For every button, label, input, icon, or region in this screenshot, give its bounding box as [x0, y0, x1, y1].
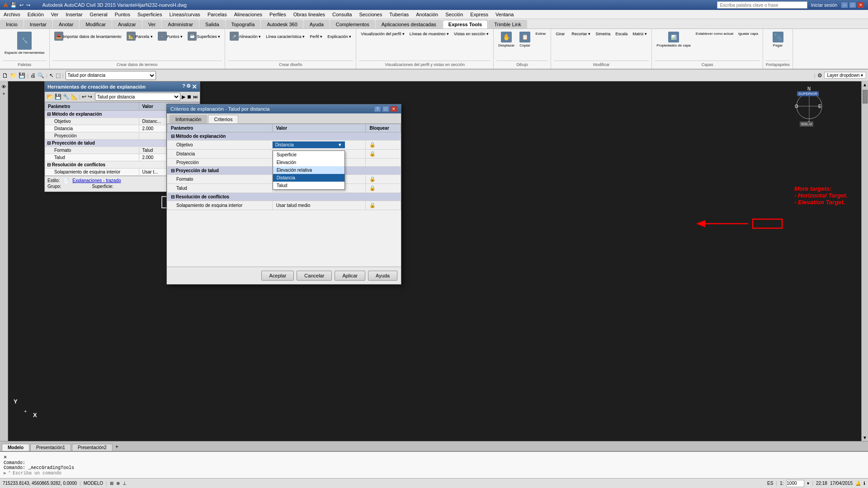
tab-administrar[interactable]: Administrar	[162, 20, 199, 28]
palette-icon-2[interactable]: +	[3, 91, 5, 96]
panel-tb-icon-5[interactable]: ↩	[82, 94, 86, 100]
value-formato[interactable]: Talud	[139, 147, 169, 154]
snap-icon[interactable]: ⊕	[116, 481, 120, 486]
ribbon-btn-parcela[interactable]: 📐 Parcela ▾	[125, 31, 155, 42]
panel-tb-icon-9[interactable]: ⏭	[193, 94, 198, 99]
ribbon-btn-lineacaract[interactable]: Línea característica ▾	[264, 31, 307, 42]
value-talud[interactable]: 2.000	[139, 154, 169, 161]
value-distancia[interactable]: 2.000	[139, 125, 169, 132]
tab-modelo[interactable]: Modelo	[2, 444, 29, 451]
ribbon-btn-estirar[interactable]: Estirar	[533, 31, 548, 48]
quick-access-undo[interactable]: ↩	[19, 2, 24, 8]
dialog-maximize[interactable]: □	[382, 106, 389, 112]
panel-settings-icon[interactable]: ⚙	[186, 83, 191, 90]
tab-criterios[interactable]: Criterios	[208, 115, 238, 123]
tab-informacion[interactable]: Información	[170, 115, 207, 123]
talud-select[interactable]: Talud por distancia	[95, 93, 180, 101]
ribbon-btn-escala[interactable]: Escala	[613, 31, 629, 37]
btn-aplicar[interactable]: Aplicar	[335, 271, 365, 281]
tab-express-tools[interactable]: Express Tools	[443, 20, 488, 28]
quick-access-redo[interactable]: ↪	[26, 2, 30, 8]
menu-tuberias[interactable]: Tuberías	[386, 11, 412, 18]
ribbon-btn-alineacion[interactable]: ↗ Alineación ▾	[228, 31, 263, 42]
value-objetivo[interactable]: Distanc...	[139, 118, 169, 125]
tab-salida[interactable]: Salida	[199, 20, 225, 28]
ribbon-btn-girar[interactable]: Girar	[554, 31, 568, 37]
dd-option-superficie[interactable]: Superficie	[273, 151, 344, 159]
menu-express[interactable]: Express	[467, 11, 492, 18]
ribbon-btn-pegar[interactable]: 📎 Pegar	[771, 31, 785, 48]
dialog-minimize[interactable]: ?	[374, 106, 381, 112]
dd-option-elevacion[interactable]: Elevación	[273, 159, 344, 166]
search-input[interactable]	[717, 1, 807, 9]
quick-access-save[interactable]: 💾	[10, 2, 17, 8]
ribbon-btn-espacio[interactable]: 🔧 Espacio de herramientas	[3, 31, 47, 56]
ribbon-btn-visperfil[interactable]: Visualización del perfil ▾	[359, 31, 406, 37]
ribbon-btn-propiedades[interactable]: 📊 Propiedades de capa	[655, 31, 693, 48]
tab-presentacion2[interactable]: Presentación2	[72, 444, 113, 451]
menu-consulta[interactable]: Consulta	[329, 11, 355, 18]
tab-ver[interactable]: Ver	[142, 20, 162, 28]
tab-presentacion1[interactable]: Presentación1	[30, 444, 71, 451]
drawing-canvas[interactable]: Y X + N S E O SUPERIOR SOL.U	[8, 81, 861, 441]
tab-topografia[interactable]: Topografía	[226, 20, 261, 28]
tab-anotar[interactable]: Anotar	[53, 20, 79, 28]
tab-aplicaciones[interactable]: Aplicaciones destacadas	[376, 20, 442, 28]
panel-tb-icon-1[interactable]: 📂	[47, 94, 53, 100]
ribbon-btn-lineasmuestra[interactable]: Líneas de muestreo ▾	[408, 31, 451, 37]
ribbon-btn-igualar[interactable]: Igualar capa	[736, 31, 760, 48]
tab-trimble[interactable]: Trimble Link	[488, 20, 527, 28]
scroll-thumb[interactable]	[863, 90, 868, 103]
ribbon-btn-simetria[interactable]: Simetria	[594, 31, 612, 37]
panel-tb-icon-4[interactable]: 📐	[71, 94, 78, 100]
menu-superficies[interactable]: Superficies	[134, 11, 165, 18]
close-btn[interactable]: ✕	[857, 2, 864, 8]
right-scrollbar[interactable]: ▲ ▼	[861, 81, 868, 441]
panel-tb-icon-3[interactable]: 🔧	[63, 94, 70, 100]
command-input[interactable]	[13, 471, 864, 476]
ribbon-btn-establecer[interactable]: Establecer como actual	[694, 31, 735, 48]
tab-autodesk360[interactable]: Autodesk 360	[261, 20, 303, 28]
menu-lineas[interactable]: Líneas/curvas	[165, 11, 203, 18]
scroll-up[interactable]: ▲	[863, 82, 867, 87]
command-close[interactable]: ✕	[4, 454, 7, 460]
tab-analizar[interactable]: Analizar	[112, 20, 142, 28]
menu-ver[interactable]: Ver	[47, 11, 62, 18]
tab-insertar[interactable]: Insertar	[24, 20, 52, 28]
dialog-value-objetivo[interactable]: Distancia ▼ Superficie Elevación Elevaci…	[272, 141, 366, 150]
minimize-btn[interactable]: −	[841, 2, 848, 8]
dialog-close[interactable]: ✕	[390, 106, 397, 112]
ribbon-btn-explicacion[interactable]: Explicación ▾	[326, 31, 353, 42]
notification-icon[interactable]: 🔔	[855, 481, 861, 486]
menu-insertar[interactable]: Insertar	[62, 11, 86, 18]
menu-general[interactable]: General	[86, 11, 111, 18]
dropdown-selected[interactable]: Distancia ▼	[273, 141, 345, 148]
tab-ayuda[interactable]: Ayuda	[304, 20, 330, 28]
panel-tb-icon-6[interactable]: ↪	[88, 94, 92, 100]
dialog-value-solapamiento[interactable]: Usar talud medio	[272, 201, 366, 210]
dd-option-distancia[interactable]: Distancia	[273, 174, 344, 182]
menu-archivo[interactable]: Archivo	[0, 11, 24, 18]
tab-add-icon[interactable]: +	[115, 444, 118, 450]
style-icon[interactable]: 📄	[63, 178, 69, 183]
menu-seccion[interactable]: Sección	[442, 11, 467, 18]
menu-secciones[interactable]: Secciones	[355, 11, 386, 18]
info-icon[interactable]: ℹ	[863, 481, 865, 486]
panel-tb-icon-7[interactable]: ▶	[182, 94, 185, 100]
panel-tb-icon-8[interactable]: ⏹	[187, 94, 192, 99]
dd-option-talud[interactable]: Talud	[273, 182, 344, 189]
menu-puntos[interactable]: Puntos	[111, 11, 134, 18]
menu-anotacion[interactable]: Anotación	[412, 11, 442, 18]
talud-dropdown[interactable]: Talud por distancia	[66, 71, 156, 80]
btn-cancelar[interactable]: Cancelar	[297, 271, 332, 281]
panel-help-icon[interactable]: ?	[182, 83, 185, 90]
ribbon-btn-puntos[interactable]: · Puntos ▾	[156, 31, 185, 42]
tab-modificar[interactable]: Modificar	[80, 20, 112, 28]
menu-parcelas[interactable]: Parcelas	[204, 11, 231, 18]
palette-icon-1[interactable]: 👁	[1, 84, 6, 89]
ribbon-btn-desplazar[interactable]: ✋ Desplazar	[496, 31, 516, 48]
menu-alineaciones[interactable]: Alineaciones	[231, 11, 266, 18]
btn-ayuda[interactable]: Ayuda	[368, 271, 397, 281]
ribbon-btn-perfil[interactable]: Perfil ▾	[308, 31, 324, 42]
dd-option-elevacion-relativa[interactable]: Elevación relativa	[273, 166, 344, 174]
